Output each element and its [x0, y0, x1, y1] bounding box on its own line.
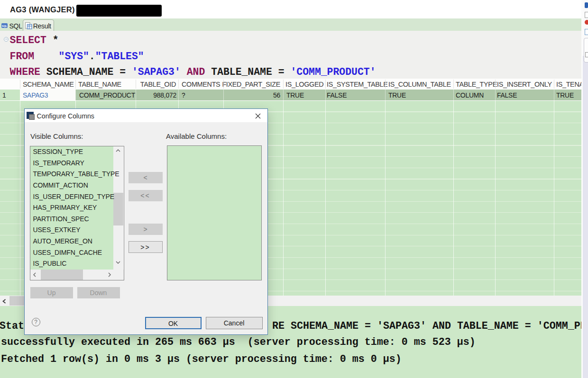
svg-text:SQL: SQL [2, 24, 8, 27]
